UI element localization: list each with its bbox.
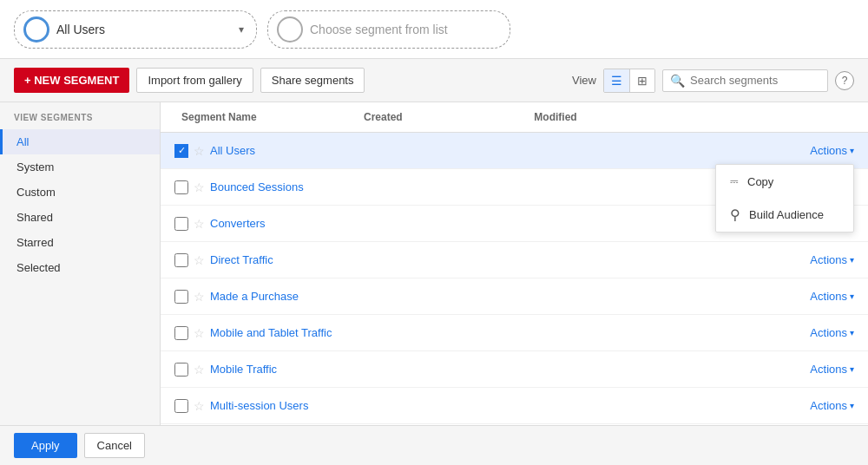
col-header-created: Created — [357, 111, 527, 123]
row-checkbox[interactable] — [174, 144, 188, 158]
actions-button[interactable]: Actions ▾ — [810, 144, 854, 157]
row-actions-col: Actions ▾ — [693, 326, 868, 339]
row-checkbox[interactable] — [174, 253, 188, 267]
active-segment-pill[interactable]: All Users ▾ — [14, 10, 257, 49]
star-icon[interactable]: ☆ — [194, 180, 205, 194]
choose-segment-placeholder: Choose segment from list — [310, 23, 448, 36]
segment-name[interactable]: Multi-session Users — [210, 399, 308, 412]
dropdown-item-copy[interactable]: ⎓ Copy — [716, 165, 853, 198]
row-first-col: ☆ Direct Traffic — [161, 245, 343, 276]
import-gallery-button[interactable]: Import from gallery — [136, 68, 253, 93]
choose-segment-pill[interactable]: Choose segment from list — [267, 10, 510, 49]
actions-button[interactable]: Actions ▾ — [810, 290, 854, 303]
star-icon[interactable]: ☆ — [194, 253, 205, 267]
chevron-down-icon: ▾ — [850, 328, 854, 337]
star-icon[interactable]: ☆ — [194, 290, 205, 304]
segment-name[interactable]: Converters — [210, 217, 266, 230]
sidebar-item-system[interactable]: System — [0, 154, 160, 180]
toolbar-right: View ☰ ⊞ 🔍 ? — [572, 69, 854, 93]
chevron-down-icon: ▾ — [850, 255, 854, 265]
actions-button[interactable]: Actions ▾ — [810, 253, 854, 266]
list-view-button[interactable]: ☰ — [604, 69, 630, 92]
col-header-actions — [698, 111, 868, 123]
chevron-down-icon: ▾ — [850, 146, 854, 155]
row-first-col: ☆ Made a Purchase — [161, 281, 343, 312]
cancel-button[interactable]: Cancel — [84, 433, 145, 458]
table-row: ☆ Mobile Traffic Actions ▾ — [161, 351, 868, 388]
star-icon[interactable]: ☆ — [194, 326, 205, 340]
table-row: ☆ Direct Traffic Actions ▾ — [161, 242, 868, 278]
row-actions-col: Actions ▾ — [693, 253, 868, 266]
active-segment-label: All Users — [56, 23, 105, 36]
row-checkbox[interactable] — [174, 180, 188, 194]
table-header: Segment Name Created Modified — [161, 102, 868, 133]
help-button[interactable]: ? — [835, 71, 854, 90]
sidebar-item-starred[interactable]: Starred — [0, 230, 160, 255]
segment-name[interactable]: Direct Traffic — [210, 253, 273, 266]
table-row: ☆ New Users Actions ▾ — [161, 424, 868, 425]
sidebar-item-custom[interactable]: Custom — [0, 180, 160, 205]
row-checkbox[interactable] — [174, 363, 188, 377]
chevron-down-icon: ▾ — [850, 401, 854, 410]
row-checkbox[interactable] — [174, 290, 188, 304]
sidebar: VIEW SEGMENTS All System Custom Shared S… — [0, 102, 161, 425]
row-first-col: ☆ Multi-session Users — [161, 390, 343, 422]
segment-name[interactable]: All Users — [210, 144, 255, 157]
row-first-col: ☆ Mobile and Tablet Traffic — [161, 318, 343, 349]
star-icon[interactable]: ☆ — [194, 399, 205, 413]
row-actions-col: Actions ▾ — [693, 290, 868, 303]
star-icon[interactable]: ☆ — [194, 144, 205, 158]
row-first-col: ☆ Bounced Sessions — [161, 172, 343, 203]
segment-selector-bar: All Users ▾ Choose segment from list — [0, 0, 868, 59]
sidebar-item-all[interactable]: All — [0, 129, 160, 154]
sidebar-item-shared[interactable]: Shared — [0, 205, 160, 230]
chevron-down-icon: ▾ — [239, 23, 244, 36]
star-icon[interactable]: ☆ — [194, 217, 205, 231]
chevron-down-icon: ▾ — [850, 291, 854, 301]
table-row: ☆ Mobile and Tablet Traffic Actions ▾ — [161, 315, 868, 351]
main-content: VIEW SEGMENTS All System Custom Shared S… — [0, 102, 868, 425]
apply-button[interactable]: Apply — [14, 433, 77, 458]
toolbar: + NEW SEGMENT Import from gallery Share … — [0, 59, 868, 102]
col-header-modified: Modified — [527, 111, 697, 123]
dropdown-item-build-audience[interactable]: ⚲ Build Audience — [716, 198, 853, 232]
segment-circle-icon — [23, 16, 49, 43]
empty-circle-icon — [277, 16, 303, 43]
sidebar-item-selected[interactable]: Selected — [0, 255, 160, 280]
new-segment-button[interactable]: + NEW SEGMENT — [14, 68, 129, 93]
segment-name[interactable]: Made a Purchase — [210, 290, 299, 303]
row-checkbox[interactable] — [174, 399, 188, 413]
row-first-col: ☆ Converters — [161, 208, 343, 239]
audience-icon: ⚲ — [730, 206, 740, 223]
actions-button[interactable]: Actions ▾ — [810, 326, 854, 339]
row-first-col: ☆ Mobile Traffic — [161, 354, 343, 385]
view-label: View — [572, 74, 596, 87]
row-actions-col: Actions ▾ ⎓ Copy ⚲ Build Audience — [693, 144, 868, 157]
search-icon: 🔍 — [670, 74, 685, 88]
footer: Apply Cancel — [0, 425, 868, 465]
view-toggle: ☰ ⊞ — [603, 69, 655, 93]
row-checkbox[interactable] — [174, 326, 188, 340]
sidebar-heading: VIEW SEGMENTS — [0, 113, 160, 129]
table-row: ☆ Multi-session Users Actions ▾ — [161, 388, 868, 424]
row-actions-col: Actions ▾ — [693, 363, 868, 376]
segment-name[interactable]: Bounced Sessions — [210, 180, 304, 193]
table-row: ☆ Made a Purchase Actions ▾ — [161, 278, 868, 315]
search-box: 🔍 — [662, 69, 828, 92]
share-segments-button[interactable]: Share segments — [260, 68, 365, 93]
col-header-name: Segment Name — [174, 111, 357, 123]
grid-view-button[interactable]: ⊞ — [630, 69, 654, 92]
row-actions-col: Actions ▾ — [693, 399, 868, 412]
row-checkbox[interactable] — [174, 217, 188, 231]
star-icon[interactable]: ☆ — [194, 363, 205, 377]
copy-icon: ⎓ — [730, 174, 739, 189]
search-input[interactable] — [690, 74, 820, 87]
table-area: Segment Name Created Modified ☆ All User… — [161, 102, 868, 425]
actions-button[interactable]: Actions ▾ — [810, 363, 854, 376]
chevron-down-icon: ▾ — [850, 364, 854, 374]
actions-button[interactable]: Actions ▾ — [810, 399, 854, 412]
table-row: ☆ All Users Actions ▾ ⎓ Copy ⚲ — [161, 133, 868, 169]
segment-name[interactable]: Mobile and Tablet Traffic — [210, 326, 332, 339]
actions-dropdown: ⎓ Copy ⚲ Build Audience — [715, 164, 854, 232]
segment-name[interactable]: Mobile Traffic — [210, 363, 277, 376]
